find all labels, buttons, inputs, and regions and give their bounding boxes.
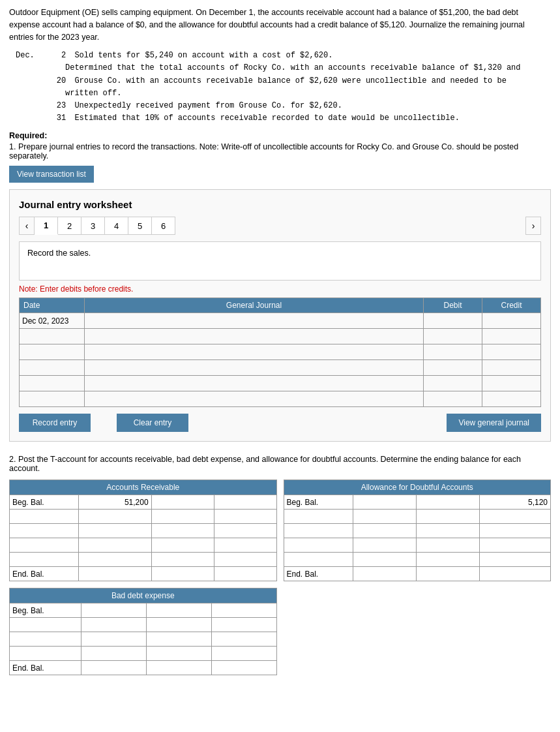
- debit-input-3[interactable]: [424, 344, 482, 359]
- date-input-3[interactable]: [20, 344, 84, 359]
- allowance-doubtful-table: Allowance for Doubtful Accounts Beg. Bal…: [284, 480, 552, 581]
- ada-end-c3[interactable]: [417, 567, 479, 581]
- ar-row1-c1[interactable]: [10, 510, 78, 523]
- ada-row2-c1[interactable]: [284, 524, 353, 538]
- gj-input-4[interactable]: [85, 360, 423, 375]
- tab-next-button[interactable]: ›: [525, 217, 541, 235]
- ada-row1-c4[interactable]: [480, 510, 550, 523]
- bde-row2-c1[interactable]: [10, 632, 81, 646]
- gj-input-6[interactable]: [85, 391, 423, 406]
- record-entry-button[interactable]: Record entry: [19, 414, 91, 432]
- bde-row3-c3[interactable]: [147, 647, 211, 660]
- ada-row3-c1[interactable]: [284, 538, 353, 552]
- bde-beg-c4[interactable]: [212, 603, 276, 617]
- ada-title: Allowance for Doubtful Accounts: [284, 480, 551, 495]
- ar-beg-right-1[interactable]: [152, 495, 214, 509]
- ada-row1-c2[interactable]: [353, 510, 416, 523]
- ar-row1-c3[interactable]: [152, 510, 214, 523]
- tab-prev-button[interactable]: ‹: [19, 217, 35, 235]
- ada-row1-c3[interactable]: [417, 510, 479, 523]
- ada-row3-c2[interactable]: [353, 538, 416, 552]
- ar-end-right2[interactable]: [214, 567, 276, 581]
- view-general-journal-button[interactable]: View general journal: [447, 414, 541, 432]
- ada-row4-c1[interactable]: [284, 553, 353, 566]
- bde-row3-c2[interactable]: [81, 647, 146, 660]
- credit-input-1[interactable]: [482, 313, 540, 328]
- debit-input-5[interactable]: [424, 376, 482, 391]
- ada-row2-c4[interactable]: [480, 524, 550, 538]
- ada-row1-c1[interactable]: [284, 510, 353, 523]
- ar-row3-c2[interactable]: [79, 538, 151, 552]
- bde-end-c2[interactable]: [81, 661, 146, 675]
- ar-end-val[interactable]: [79, 567, 151, 581]
- date-input-2[interactable]: [20, 329, 84, 344]
- ar-beg-right-2[interactable]: [214, 495, 276, 509]
- ada-row4-c3[interactable]: [417, 553, 479, 566]
- bde-row3-c4[interactable]: [212, 647, 276, 660]
- ar-row2-c2[interactable]: [79, 524, 151, 538]
- gj-input-3[interactable]: [85, 344, 423, 359]
- ar-row1-c2[interactable]: [79, 510, 151, 523]
- ar-data-row: [10, 553, 277, 567]
- date-input-4[interactable]: [20, 360, 84, 375]
- bde-row1-c3[interactable]: [147, 618, 211, 632]
- bde-beg-c3[interactable]: [147, 603, 211, 617]
- bde-row1-c1[interactable]: [10, 618, 81, 632]
- ada-end-c4[interactable]: [480, 567, 550, 581]
- ada-row3-c3[interactable]: [417, 538, 479, 552]
- credit-input-6[interactable]: [482, 391, 540, 406]
- ada-beg-left[interactable]: [353, 495, 416, 509]
- gj-input-1[interactable]: [85, 313, 423, 328]
- bde-row2-c2[interactable]: [81, 632, 146, 646]
- tab-4[interactable]: 4: [105, 217, 128, 235]
- ar-row4-c1[interactable]: [10, 553, 78, 566]
- date-input-6[interactable]: [20, 391, 84, 406]
- tab-5[interactable]: 5: [128, 217, 152, 235]
- ada-end-c2[interactable]: [353, 567, 416, 581]
- gj-input-2[interactable]: [85, 329, 423, 344]
- tab-3[interactable]: 3: [81, 217, 105, 235]
- credit-input-5[interactable]: [482, 376, 540, 391]
- bde-row1-c2[interactable]: [81, 618, 146, 632]
- ada-row4-c4[interactable]: [480, 553, 550, 566]
- bde-row2-c4[interactable]: [212, 632, 276, 646]
- debit-input-4[interactable]: [424, 360, 482, 375]
- bde-end-c4[interactable]: [212, 661, 276, 675]
- tab-1[interactable]: 1: [35, 217, 58, 235]
- bde-end-c3[interactable]: [147, 661, 211, 675]
- credit-input-2[interactable]: [482, 329, 540, 344]
- bde-row1-c4[interactable]: [212, 618, 276, 632]
- date-input-1[interactable]: [20, 313, 84, 328]
- gj-input-5[interactable]: [85, 376, 423, 391]
- credit-input-3[interactable]: [482, 344, 540, 359]
- ar-row1-c4[interactable]: [214, 510, 276, 523]
- ada-row2-c3[interactable]: [417, 524, 479, 538]
- ada-row3-c4[interactable]: [480, 538, 550, 552]
- ar-row4-c3[interactable]: [152, 553, 214, 566]
- ar-row2-c1[interactable]: [10, 524, 78, 538]
- bde-row2-c3[interactable]: [147, 632, 211, 646]
- debit-input-6[interactable]: [424, 391, 482, 406]
- ar-row3-c1[interactable]: [10, 538, 78, 552]
- ada-row2-c2[interactable]: [353, 524, 416, 538]
- ar-row3-c3[interactable]: [152, 538, 214, 552]
- tab-6[interactable]: 6: [152, 217, 175, 235]
- ar-row3-c4[interactable]: [214, 538, 276, 552]
- ar-row4-c4[interactable]: [214, 553, 276, 566]
- ar-row4-c2[interactable]: [79, 553, 151, 566]
- ar-row2-c3[interactable]: [152, 524, 214, 538]
- view-transaction-button[interactable]: View transaction list: [9, 166, 94, 183]
- bde-row3-c1[interactable]: [10, 647, 81, 660]
- bde-beg-c2[interactable]: [81, 603, 146, 617]
- clear-entry-button[interactable]: Clear entry: [117, 414, 188, 432]
- date-input-5[interactable]: [20, 376, 84, 391]
- ar-end-right1[interactable]: [152, 567, 214, 581]
- ada-beg-center[interactable]: [417, 495, 479, 509]
- debit-input-2[interactable]: [424, 329, 482, 344]
- ada-row4-c2[interactable]: [353, 553, 416, 566]
- ar-row2-c4[interactable]: [214, 524, 276, 538]
- bde-beg-row: Beg. Bal.: [10, 603, 277, 618]
- debit-input-1[interactable]: [424, 313, 482, 328]
- tab-2[interactable]: 2: [58, 217, 81, 235]
- credit-input-4[interactable]: [482, 360, 540, 375]
